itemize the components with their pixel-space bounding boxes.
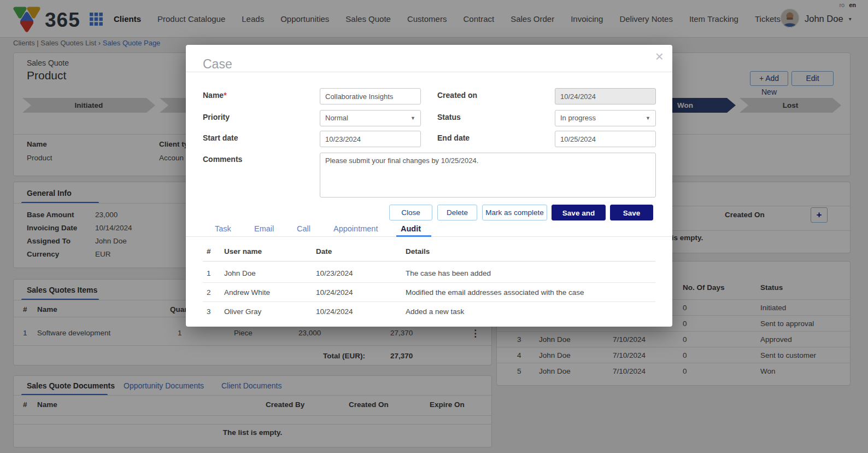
close-icon[interactable]: × <box>655 49 664 63</box>
status-value: In progress <box>560 114 596 122</box>
priority-value: Normal <box>325 114 348 122</box>
start-date-label: Start date <box>203 133 238 142</box>
status-label: Status <box>437 113 461 121</box>
delete-button[interactable]: Delete <box>437 205 477 220</box>
divider <box>186 72 672 72</box>
audit-date: 10/23/2024 <box>316 264 353 283</box>
active-tab-underline <box>396 235 431 237</box>
audit-details: The case has been added <box>406 264 491 283</box>
audit-date: 10/24/2024 <box>316 283 353 302</box>
comments-textarea[interactable]: Please submit your final changes by 10/2… <box>320 153 656 198</box>
end-date-input[interactable] <box>555 131 656 147</box>
required-asterisk: * <box>224 91 226 100</box>
tab-call[interactable]: Call <box>297 224 310 233</box>
audit-col-details: Details <box>406 247 430 255</box>
start-date-input[interactable] <box>320 131 421 147</box>
name-label-text: Name <box>203 91 224 100</box>
mark-as-complete-button[interactable]: Mark as complete <box>482 205 547 220</box>
audit-date: 10/24/2024 <box>316 302 353 321</box>
audit-col-num: # <box>207 247 211 255</box>
priority-select[interactable]: Normal ▼ <box>320 110 421 126</box>
chevron-down-icon: ▼ <box>646 111 650 126</box>
audit-user: Andrew White <box>224 283 270 302</box>
audit-details: Modified the email addresses associated … <box>406 283 584 302</box>
tab-task[interactable]: Task <box>215 224 231 233</box>
tab-audit[interactable]: Audit <box>401 224 421 233</box>
audit-num: 2 <box>207 283 211 302</box>
audit-row: 2 Andrew White 10/24/2024 Modified the e… <box>203 283 655 302</box>
comments-label: Comments <box>203 155 242 164</box>
audit-row: 1 John Doe 10/23/2024 The case has been … <box>203 264 655 283</box>
audit-col-user: User name <box>224 247 262 255</box>
end-date-label: End date <box>437 133 470 142</box>
save-button[interactable]: Save <box>610 205 653 220</box>
audit-details: Added a new task <box>406 302 464 321</box>
tab-appointment[interactable]: Appointment <box>333 224 378 233</box>
divider <box>203 261 655 262</box>
close-button[interactable]: Close <box>389 205 432 220</box>
audit-num: 1 <box>207 264 211 283</box>
audit-row: 3 Oliver Gray 10/24/2024 Added a new tas… <box>203 302 655 321</box>
tab-email[interactable]: Email <box>254 224 274 233</box>
created-on-label: Created on <box>437 91 477 100</box>
case-modal: Case × Name* Created on Priority Normal … <box>186 45 672 327</box>
case-name-input[interactable] <box>320 88 421 104</box>
chevron-down-icon: ▼ <box>410 111 415 126</box>
name-label: Name* <box>203 91 227 100</box>
modal-title: Case <box>203 57 232 72</box>
created-on-input <box>555 88 656 104</box>
priority-label: Priority <box>203 113 230 121</box>
audit-col-date: Date <box>316 247 332 255</box>
screen: 365 Clients Product Catalogue Leads Oppo… <box>0 0 868 453</box>
save-and-close-button[interactable]: Save and Close <box>552 205 606 220</box>
status-select[interactable]: In progress ▼ <box>555 110 656 126</box>
audit-user: John Doe <box>224 264 256 283</box>
audit-num: 3 <box>207 302 211 321</box>
audit-user: Oliver Gray <box>224 302 261 321</box>
